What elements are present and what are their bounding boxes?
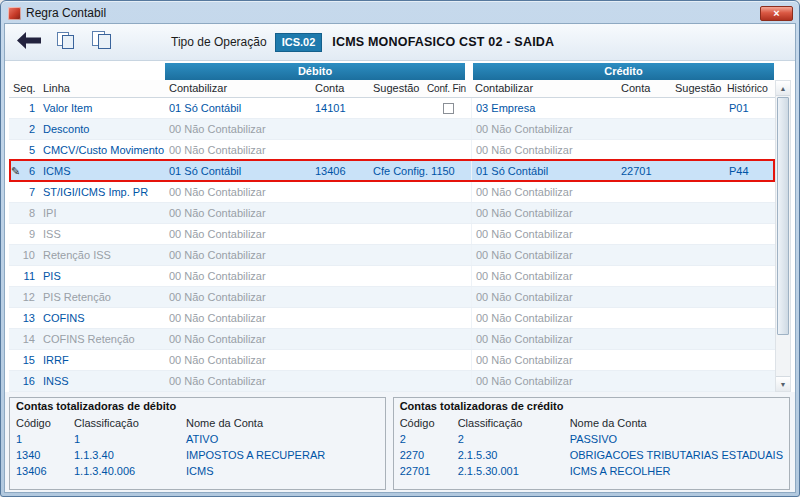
grid-row-8[interactable]: 8IPI00 Não Contabilizar00 Não Contabiliz… [9,203,775,224]
copy-rule-button[interactable] [54,29,78,56]
grid-row-12[interactable]: 12PIS Retenção00 Não Contabilizar00 Não … [9,287,775,308]
cell-seq: 15 [9,350,39,370]
column-header-classificacao: Classificação [458,415,570,431]
cell-d_sug [369,182,425,202]
cell-c_cont: 00 Não Contabilizar [471,287,617,307]
scroll-up-button[interactable]: ▲ [776,81,790,96]
grid-row-7[interactable]: 7ST/IGI/ICMS Imp. PR00 Não Contabilizar0… [9,182,775,203]
totals-classificacao: 1 [74,431,186,447]
cell-d_cont: 00 Não Contabilizar [165,203,311,223]
cell-linha: PIS Retenção [39,287,165,307]
totals-row: 134061.1.3.40.006ICMS [10,463,385,479]
cell-c_sug [671,203,725,223]
column-header-seq[interactable]: Seq. [9,80,39,97]
totals-nome: PASSIVO [570,431,783,447]
conf-fin-checkbox[interactable] [443,103,454,114]
cell-c_sug [671,266,725,286]
cell-d_sug [369,287,425,307]
grid-row-13[interactable]: 13COFINS00 Não Contabilizar00 Não Contab… [9,308,775,329]
close-button[interactable]: × [760,6,793,21]
cell-conf [425,182,471,202]
scroll-down-button[interactable]: ▼ [776,376,790,391]
cell-c_sug [671,287,725,307]
column-header-credit-contabilizar[interactable]: Contabilizar [471,80,617,97]
operation-type-label: Tipo de Operação [171,35,267,49]
grid-row-2[interactable]: 2Desconto00 Não Contabilizar00 Não Conta… [9,119,775,140]
column-header-debit-sugestao[interactable]: Sugestão [369,80,425,97]
cell-hist [725,266,775,286]
debit-totals-headers: Código Classificação Nome da Conta [10,415,385,431]
totals-row: 22702.1.5.30OBRIGACOES TRIBUTARIAS ESTAD… [394,447,789,463]
cell-conf [425,203,471,223]
cell-d_cont: 01 Só Contábil [165,98,311,118]
cell-c_cont: 00 Não Contabilizar [471,140,617,160]
cell-hist [725,224,775,244]
column-header-codigo: Código [16,415,74,431]
column-header-debit-contabilizar[interactable]: Contabilizar [165,80,311,97]
cell-d_sug [369,371,425,391]
cell-c_conta: 22701 [617,161,671,181]
cell-c_sug [671,119,725,139]
totals-nome: OBRIGACOES TRIBUTARIAS ESTADUAIS [570,447,783,463]
back-arrow-icon [17,32,41,53]
grid-row-5[interactable]: 5CMCV/Custo Movimento00 Não Contabilizar… [9,140,775,161]
cell-d_conta [311,371,369,391]
cell-d_cont: 00 Não Contabilizar [165,350,311,370]
cell-c_sug [671,140,725,160]
cell-seq: 9 [9,224,39,244]
cell-d_conta [311,245,369,265]
totals-codigo: 22701 [400,463,458,479]
cell-conf [425,140,471,160]
cell-d_cont: 00 Não Contabilizar [165,224,311,244]
totals-nome: IMPOSTOS A RECUPERAR [186,447,379,463]
column-header-credit-conta[interactable]: Conta [617,80,671,97]
cell-d_conta: 14101 [311,98,369,118]
cell-c_sug [671,350,725,370]
cell-d_sug [369,329,425,349]
column-header-historico[interactable]: Histórico [725,80,775,97]
column-header-credit-sugestao[interactable]: Sugestão [671,80,725,97]
cell-linha: IPI [39,203,165,223]
cell-linha: INSS [39,371,165,391]
grid-row-10[interactable]: 10Retenção ISS00 Não Contabilizar00 Não … [9,245,775,266]
column-header-conf-fin[interactable]: Conf. Fin [425,80,471,97]
scrollbar-thumb[interactable] [777,97,789,335]
cell-d_conta [311,182,369,202]
grid-row-6[interactable]: ✎6ICMS01 Só Contábil13406Cfe Config. 115… [9,161,775,182]
cell-d_conta [311,350,369,370]
copy-icon [56,31,76,54]
cell-linha: PIS [39,266,165,286]
grid-row-1[interactable]: 1Valor Item01 Só Contábil1410103 Empresa… [9,98,775,119]
titlebar: Regra Contabil × [4,1,796,23]
grid-row-14[interactable]: 14COFINS Retenção00 Não Contabilizar00 N… [9,329,775,350]
cell-d_sug [369,203,425,223]
cell-c_cont: 00 Não Contabilizar [471,308,617,328]
credit-totals-rows: 22PASSIVO22702.1.5.30OBRIGACOES TRIBUTAR… [394,431,789,479]
cell-seq: 5 [9,140,39,160]
cell-c_cont: 00 Não Contabilizar [471,266,617,286]
column-header-debit-conta[interactable]: Conta [311,80,369,97]
cell-d_cont: 00 Não Contabilizar [165,308,311,328]
cell-c_cont: 00 Não Contabilizar [471,245,617,265]
cell-conf [425,266,471,286]
cell-seq: 10 [9,245,39,265]
back-button[interactable] [15,30,43,55]
column-header-linha[interactable]: Linha [39,80,165,97]
cell-d_conta: 13406 [311,161,369,181]
cell-d_conta [311,119,369,139]
grid-row-16[interactable]: 16INSS00 Não Contabilizar00 Não Contabil… [9,371,775,392]
duplicate-rule-button[interactable] [89,28,115,56]
cell-seq: 12 [9,287,39,307]
totals-nome: ICMS [186,463,379,479]
vertical-scrollbar[interactable]: ▲ ▼ [775,80,791,392]
totals-section: Contas totalizadoras de débito Código Cl… [5,392,795,492]
cell-c_conta [617,329,671,349]
cell-c_conta [617,98,671,118]
grid-row-15[interactable]: 15IRRF00 Não Contabilizar00 Não Contabil… [9,350,775,371]
cell-d_sug [369,119,425,139]
cell-c_cont: 00 Não Contabilizar [471,182,617,202]
grid-row-9[interactable]: 9ISS00 Não Contabilizar00 Não Contabiliz… [9,224,775,245]
operation-code-field[interactable]: ICS.02 [275,33,323,52]
grid-row-11[interactable]: 11PIS00 Não Contabilizar00 Não Contabili… [9,266,775,287]
duplicate-pages-icon [91,30,113,54]
